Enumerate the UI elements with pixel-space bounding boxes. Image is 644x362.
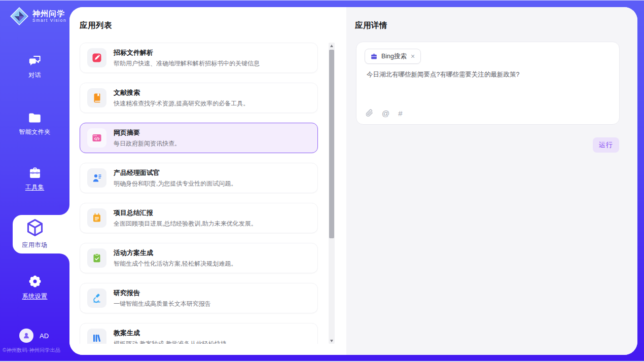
sidebar-item-chat[interactable]: 对话: [0, 55, 69, 80]
app-detail-title: 应用详情: [355, 20, 387, 31]
app-icon-tile: [87, 248, 106, 268]
sidebar-item-label: 工具集: [25, 183, 45, 192]
hashtag-icon[interactable]: #: [398, 110, 402, 117]
app-list-scrollbar[interactable]: [329, 43, 335, 344]
gear-icon: [28, 274, 42, 288]
active-pill-fillet-bottom: [59, 254, 69, 264]
app-card-title: 招标文件解析: [114, 48, 260, 57]
app-card-desc: 模板驱动,教案秒成,教学准备从此轻松快捷: [114, 340, 227, 344]
prompt-input[interactable]: 今日湖北有哪些新闻要点?有哪些需要关注的最新政策?: [367, 70, 610, 80]
app-detail-pane: 应用详情 Bing搜索 × 今日湖北有哪些新闻要点?有哪些需要关注的最新政策? …: [346, 7, 637, 355]
app-card-desc: 快速精准查找学术资源,提高研究效率的必备工具。: [114, 99, 249, 108]
sidebar-item-smart-folder[interactable]: 智能文件夹: [0, 112, 69, 136]
avatar: [19, 329, 33, 343]
user-icon: [22, 332, 30, 340]
interviewer-icon: [92, 173, 102, 183]
app-card-research-report[interactable]: 研究报告 一键智能生成高质量长文本研究报告: [80, 283, 318, 313]
chip-close-icon[interactable]: ×: [410, 53, 415, 60]
app-icon-tile: [87, 168, 106, 188]
diamond-logo-icon: [10, 7, 28, 25]
clipboard-check-icon: [92, 253, 102, 263]
app-card-bid-document-parsing[interactable]: 招标文件解析 帮助用户快速、准确地理解和解析招标书中的关键信息: [80, 43, 318, 73]
app-list-pane: 应用列表 招标文件解析 帮助用户快速、准确地理解和解析招标书中的关键信息: [69, 7, 346, 355]
user-account[interactable]: AD: [19, 329, 49, 343]
cube-icon: [26, 218, 44, 237]
sidebar-item-settings[interactable]: 系统设置: [0, 274, 69, 301]
app-card-title: 研究报告: [114, 288, 211, 298]
chat-icon: [28, 55, 42, 67]
app-card-title: 项目总结汇报: [114, 208, 257, 218]
copyright-text: ©神州数码·神州问学出品: [0, 347, 69, 354]
brand-logo: 神州问学 Smart Vision: [10, 7, 66, 25]
sidebar-item-label: 系统设置: [22, 292, 48, 301]
app-icon-tile: [87, 208, 106, 228]
browser-code-icon: [92, 133, 102, 143]
app-card-desc: 每日政府新闻资讯快查。: [114, 139, 181, 148]
scrollbar-thumb[interactable]: [329, 50, 334, 238]
app-card-pm-interviewer[interactable]: 产品经理面试官 明确身份和职责,为您提供专业性的面试问题。: [80, 163, 318, 193]
scrollbar-down-arrow[interactable]: [329, 338, 335, 344]
prompt-composer-card: Bing搜索 × 今日湖北有哪些新闻要点?有哪些需要关注的最新政策? @ #: [356, 42, 620, 125]
books-icon: [92, 333, 102, 343]
app-card-event-plan[interactable]: 活动方案生成 智能生成个性化活动方案,轻松解决规划难题。: [80, 243, 318, 273]
app-card-desc: 明确身份和职责,为您提供专业性的面试问题。: [114, 179, 237, 188]
app-card-lesson-plan[interactable]: 教案生成 模板驱动,教案秒成,教学准备从此轻松快捷: [80, 323, 318, 344]
pen-square-icon: [92, 53, 102, 63]
run-button[interactable]: 运行: [593, 137, 619, 153]
app-card-desc: 帮助用户快速、准确地理解和解析招标书中的关键信息: [114, 59, 260, 68]
app-card-desc: 全面回顾项目进展,总结经验教训,助力未来优化发展。: [114, 220, 257, 228]
app-card-title: 文献搜索: [114, 88, 249, 97]
app-card-title: 活动方案生成: [114, 248, 237, 258]
app-list-title: 应用列表: [80, 20, 112, 31]
app-card-literature-search[interactable]: 文献搜索 快速精准查找学术资源,提高研究效率的必备工具。: [80, 83, 318, 113]
app-card-title: 教案生成: [114, 329, 227, 338]
sidebar-item-label: 对话: [28, 71, 41, 80]
book-icon: [92, 93, 102, 103]
app-icon-tile: [87, 128, 106, 148]
app-icon-tile: [87, 48, 106, 67]
app-card-webpage-summary[interactable]: 网页摘要 每日政府新闻资讯快查。: [80, 123, 318, 153]
app-card-desc: 智能生成个性化活动方案,轻松解决规划难题。: [114, 260, 237, 268]
calendar-report-icon: [92, 213, 102, 223]
screen-edge-top: [0, 0, 644, 1]
tool-chip-bing-search[interactable]: Bing搜索 ×: [365, 49, 421, 64]
brand-name: 神州问学: [32, 9, 66, 18]
sidebar-item-label: 智能文件夹: [19, 128, 51, 136]
user-initials: AD: [40, 332, 49, 340]
app-card-desc: 一键智能生成高质量长文本研究报告: [114, 300, 211, 308]
sidebar-item-label: 应用市场: [22, 241, 48, 249]
app-icon-tile: [87, 329, 106, 344]
toolbox-icon: [28, 166, 42, 179]
brand-tagline: Smart Vision: [32, 18, 66, 23]
attachment-icon[interactable]: [366, 109, 373, 117]
mention-icon[interactable]: @: [382, 110, 389, 117]
main-panel: 应用列表 招标文件解析 帮助用户快速、准确地理解和解析招标书中的关键信息: [69, 7, 637, 355]
app-card-list: 招标文件解析 帮助用户快速、准确地理解和解析招标书中的关键信息 文献搜索 快速精…: [80, 43, 318, 344]
app-card-title: 产品经理面试官: [114, 168, 237, 177]
app-icon-tile: [87, 288, 106, 308]
sidebar-item-app-market[interactable]: 应用市场: [0, 218, 69, 249]
active-pill-fillet-top: [59, 205, 69, 215]
tool-chip-label: Bing搜索: [381, 52, 407, 61]
briefcase-icon: [370, 53, 378, 60]
app-card-title: 网页摘要: [114, 128, 181, 137]
microscope-icon: [92, 293, 102, 303]
scrollbar-up-arrow[interactable]: [329, 43, 335, 49]
app-icon-tile: [87, 88, 106, 107]
sidebar: 神州问学 Smart Vision 对话 智能文件夹 工具集: [0, 0, 69, 362]
composer-toolbar: @ #: [366, 109, 403, 117]
app-card-project-summary[interactable]: 项目总结汇报 全面回顾项目进展,总结经验教训,助力未来优化发展。: [80, 203, 318, 233]
folder-icon: [28, 112, 42, 124]
sidebar-item-toolkit[interactable]: 工具集: [0, 166, 69, 192]
